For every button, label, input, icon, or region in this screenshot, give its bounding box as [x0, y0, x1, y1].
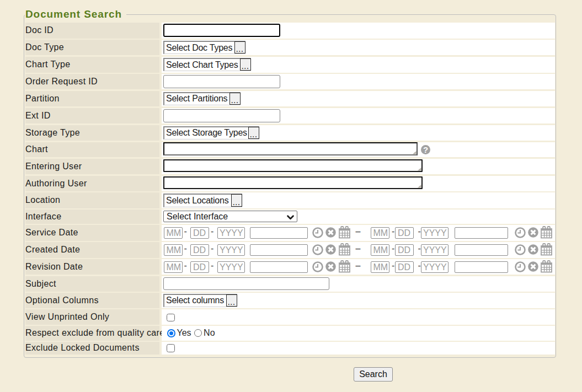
svg-text:?: ? [423, 145, 428, 154]
